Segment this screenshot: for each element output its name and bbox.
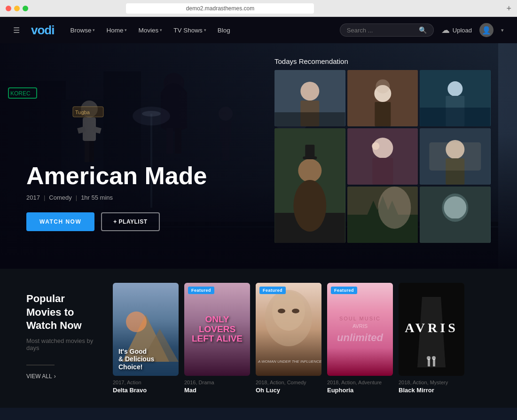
url-text: demo2.madrasthemes.com — [186, 5, 254, 12]
watch-now-button[interactable]: WATCH NOW — [26, 212, 94, 231]
movie-card-oh-lucy[interactable]: Featured — [256, 283, 321, 394]
upload-icon: ☁ — [441, 25, 450, 35]
separator: | — [44, 194, 45, 201]
traffic-lights — [6, 6, 28, 11]
hero-actions: WATCH NOW + PLAYLIST — [26, 212, 207, 231]
popular-section: Popular Movies to Watch Now Most watched… — [0, 269, 517, 408]
movie-poster-3: Featured — [256, 283, 321, 376]
nav-tvshows-label: TV Shows — [173, 27, 203, 34]
svg-point-72 — [292, 309, 299, 313]
svg-point-67 — [126, 311, 147, 332]
nav-item-movies[interactable]: Movies ▾ — [133, 24, 167, 37]
svg-point-38 — [448, 81, 463, 96]
hero-meta: 2017 | Comedy | 1hr 55 mins — [26, 194, 207, 201]
svg-point-30 — [300, 82, 319, 101]
svg-rect-49 — [372, 158, 393, 185]
svg-rect-63 — [445, 218, 466, 243]
poster-content-4: SOUL MUSIC AVRIS unlimited — [327, 283, 393, 376]
hero-duration: 1hr 55 mins — [81, 194, 113, 201]
poster-content-1: It's Good& DeliciousChoice! — [113, 283, 179, 376]
playlist-button[interactable]: + PLAYLIST — [101, 212, 159, 231]
svg-point-64 — [442, 194, 469, 222]
svg-point-78 — [427, 356, 431, 360]
svg-point-71 — [278, 309, 285, 313]
logo[interactable]: vodi — [31, 23, 54, 38]
movie-card-euphoria[interactable]: Featured SOUL MUSIC AVRIS unlimited 2018… — [327, 283, 393, 394]
movie-poster-5: AVRIS — [399, 283, 464, 376]
rec-item-3[interactable] — [420, 70, 491, 126]
svg-point-79 — [432, 356, 436, 360]
close-button[interactable] — [6, 6, 11, 11]
rec-image-7 — [347, 187, 418, 243]
hero-section: KOREC Tugba American Made 2017 | Comedy … — [0, 43, 517, 269]
search-icon: 🔍 — [419, 26, 427, 34]
nav-item-tvshows[interactable]: TV Shows ▾ — [169, 24, 211, 37]
rec-item-5[interactable] — [347, 128, 418, 185]
header: ☰ vodi Browse ▾ Home ▾ Movies ▾ TV Shows… — [0, 17, 517, 43]
hero-content: American Made 2017 | Comedy | 1hr 55 min… — [26, 163, 207, 231]
nav-movies-label: Movies — [138, 27, 158, 34]
svg-point-50 — [372, 142, 379, 150]
hamburger-icon[interactable]: ☰ — [13, 26, 20, 35]
new-tab-button[interactable]: + — [506, 4, 511, 13]
chevron-right-icon: › — [54, 373, 56, 380]
nav-home-label: Home — [106, 27, 123, 34]
rec-image-8 — [420, 187, 491, 243]
poster-content-2: ONLY LOVERS LEFT ALIVE — [184, 283, 250, 376]
svg-text:AVRIS: AVRIS — [405, 320, 458, 335]
recommendations-panel: Todays Recomendation — [274, 57, 491, 243]
nav-browse-label: Browse — [70, 27, 91, 34]
address-bar[interactable]: demo2.madrasthemes.com — [126, 3, 314, 14]
svg-rect-54 — [430, 142, 481, 171]
svg-rect-35 — [375, 102, 391, 126]
rec-item-8[interactable] — [420, 187, 491, 243]
movie-card-mad[interactable]: Featured ONLY LOVERS LEFT ALIVE 2016, Dr… — [184, 283, 250, 394]
rec-item-6[interactable] — [420, 128, 491, 185]
user-icon: 👤 — [482, 26, 491, 35]
nav-item-blog[interactable]: Blog — [213, 24, 235, 37]
upload-button[interactable]: ☁ Upload — [441, 25, 472, 35]
rec-item-4[interactable] — [274, 128, 345, 243]
featured-badge-2: Featured — [188, 287, 214, 294]
movie-poster-4: Featured SOUL MUSIC AVRIS unlimited — [327, 283, 393, 376]
nav-item-home[interactable]: Home ▾ — [102, 24, 132, 37]
movie-title-5: Black Mirror — [399, 387, 464, 394]
chevron-down-icon: ▾ — [125, 28, 127, 32]
poster-2-title: ONLY LOVERS LEFT ALIVE — [190, 315, 244, 344]
maximize-button[interactable] — [23, 6, 28, 11]
movie-poster-1: It's Good& DeliciousChoice! — [113, 283, 179, 376]
svg-text:A WOMAN UNDER THE INFLUENCE: A WOMAN UNDER THE INFLUENCE — [258, 359, 321, 364]
movie-poster-2: Featured ONLY LOVERS LEFT ALIVE — [184, 283, 250, 376]
nav-item-browse[interactable]: Browse ▾ — [65, 24, 100, 37]
hero-genre: Comedy — [49, 194, 71, 201]
movie-card-black-mirror[interactable]: AVRIS 2018, Action, Mystery Black Mirror — [399, 283, 464, 394]
chevron-down-icon: ▾ — [204, 28, 206, 32]
search-box[interactable]: 🔍 — [340, 23, 434, 37]
minimize-button[interactable] — [14, 6, 20, 11]
rec-image-3 — [420, 70, 491, 126]
svg-rect-40 — [420, 108, 491, 126]
svg-point-60 — [378, 187, 411, 229]
svg-rect-36 — [376, 79, 390, 93]
svg-point-27 — [133, 107, 170, 125]
search-input[interactable] — [347, 27, 415, 34]
recommendations-title: Todays Recomendation — [274, 57, 491, 65]
rec-item-2[interactable] — [347, 70, 418, 126]
svg-rect-77 — [433, 359, 435, 366]
rec-item-7[interactable] — [347, 187, 418, 243]
euphoria-title: unlimited — [337, 333, 383, 343]
view-all-button[interactable]: VIEW ALL › — [26, 373, 94, 380]
rec-item-1[interactable] — [274, 70, 345, 126]
movie-card-delta-bravo[interactable]: It's Good& DeliciousChoice! 2017, Action… — [113, 283, 179, 394]
section-divider — [26, 365, 55, 366]
hero-year: 2017 — [26, 194, 40, 201]
svg-point-70 — [272, 291, 305, 331]
upload-label: Upload — [453, 27, 472, 34]
featured-badge-4: Featured — [331, 287, 357, 294]
movies-scroll: It's Good& DeliciousChoice! 2017, Action… — [113, 283, 517, 394]
movie-title-1: Delta Bravo — [113, 387, 179, 394]
user-avatar[interactable]: 👤 — [479, 23, 494, 37]
nav-blog-label: Blog — [218, 27, 230, 34]
movie-title-4: Euphoria — [327, 387, 393, 394]
user-chevron-icon: ▾ — [501, 27, 504, 33]
